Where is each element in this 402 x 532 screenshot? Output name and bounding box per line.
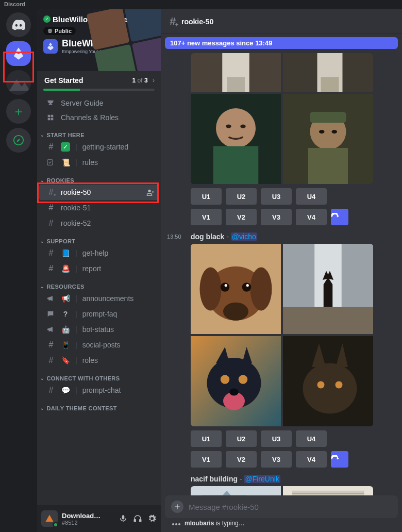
channel-header: #✦ rookie-50 xyxy=(161,9,402,34)
channel-getting-started[interactable]: # ✓ | getting-started xyxy=(39,139,159,155)
explore-servers-button[interactable] xyxy=(6,128,31,153)
svg-rect-8 xyxy=(134,520,136,522)
message-author-mention[interactable]: @FireUnik xyxy=(244,475,280,483)
svg-rect-39 xyxy=(283,307,373,335)
message-input[interactable] xyxy=(189,503,392,511)
svg-marker-6 xyxy=(46,515,54,522)
channels-roles-label: Channels & Roles xyxy=(61,113,155,122)
image-grid[interactable] xyxy=(191,53,373,184)
dm-home-button[interactable] xyxy=(6,12,31,37)
channel-rookie-50[interactable]: #✦ rookie-50 xyxy=(39,185,159,200)
variation-button-v1[interactable]: V1 xyxy=(191,451,222,468)
channel-label: prompt-chat xyxy=(82,386,155,394)
channel-get-help[interactable]: # 📘 | get-help xyxy=(39,245,159,261)
refresh-icon xyxy=(331,213,339,221)
upscale-button-u4[interactable]: U4 xyxy=(296,188,327,205)
channels-roles-row[interactable]: Channels & Roles xyxy=(39,110,159,125)
upscale-button-u4[interactable]: U4 xyxy=(296,430,327,447)
new-messages-bar[interactable]: 107+ new messages since 13:49 xyxy=(165,37,398,49)
svg-point-49 xyxy=(229,389,239,396)
scroll-emoji-icon: 📜 xyxy=(61,158,70,167)
plus-icon: ＋ xyxy=(12,103,25,120)
variation-button-v3[interactable]: V3 xyxy=(261,451,292,468)
channel-prompt-faq[interactable]: ? | prompt-faq xyxy=(39,306,159,322)
channel-rookie-51[interactable]: # rookie-51 xyxy=(39,200,159,215)
hash-icon: # xyxy=(46,264,56,273)
svg-rect-7 xyxy=(122,515,125,519)
channel-prompt-chat[interactable]: # 💬 | prompt-chat xyxy=(39,383,159,398)
image-grid[interactable] xyxy=(191,244,373,426)
channel-announcements[interactable]: 📢 | announcements xyxy=(39,291,159,306)
svg-point-54 xyxy=(317,381,325,389)
section-start-here[interactable]: ⌄ START HERE xyxy=(37,125,161,139)
variation-button-v2[interactable]: V2 xyxy=(226,451,257,468)
channel-social-posts[interactable]: # 📱 | social-posts xyxy=(39,337,159,353)
section-daily[interactable]: ⌄ DAILY THEME CONTEST xyxy=(37,398,161,412)
reroll-button[interactable] xyxy=(331,209,348,225)
svg-rect-23 xyxy=(310,112,346,123)
variation-button-v3[interactable]: V3 xyxy=(261,209,292,225)
section-rookies[interactable]: ⌄ ROOKIES xyxy=(37,170,161,185)
channel-label: social-posts xyxy=(82,341,155,349)
variation-button-v1[interactable]: V1 xyxy=(191,209,222,225)
reroll-button[interactable] xyxy=(331,451,348,468)
chevron-down-icon: ⌄ xyxy=(40,239,44,244)
app-title: Discord xyxy=(0,0,402,9)
svg-rect-24 xyxy=(308,148,348,184)
upscale-button-u2[interactable]: U2 xyxy=(226,430,257,447)
channel-label: bot-status xyxy=(82,325,155,334)
svg-point-31 xyxy=(223,303,248,321)
server-banner-art xyxy=(99,9,161,71)
section-daily-label: DAILY THEME CONTEST xyxy=(46,405,117,411)
gear-icon[interactable] xyxy=(147,514,157,523)
messages-list[interactable]: U1 U2 U3 U4 V1 V2 V3 V4 xyxy=(161,53,402,495)
server-bluewillow[interactable] xyxy=(6,41,31,66)
section-resources-label: RESOURCES xyxy=(46,284,84,290)
hash-icon: # xyxy=(46,142,56,152)
variation-button-v4[interactable]: V4 xyxy=(296,209,327,225)
headphones-icon[interactable] xyxy=(133,514,142,523)
channel-report[interactable]: # 🚨 | report xyxy=(39,261,159,276)
check-square-icon: ✓ xyxy=(61,142,70,152)
upscale-button-u1[interactable]: U1 xyxy=(191,188,222,205)
variation-button-v4[interactable]: V4 xyxy=(296,451,327,468)
channel-rules[interactable]: 📜 | rules xyxy=(39,155,159,170)
user-avatar[interactable] xyxy=(41,510,58,527)
channel-bot-status[interactable]: 🤖 | bot-status xyxy=(39,322,159,337)
trophy-icon xyxy=(46,99,56,107)
get-started-row[interactable]: Get Started 1 of 3 › xyxy=(37,71,161,89)
channel-roles[interactable]: # 🔖 | roles xyxy=(39,353,159,368)
microphone-icon[interactable] xyxy=(119,514,128,523)
svg-point-35 xyxy=(246,284,249,287)
channel-rookie-52[interactable]: # rookie-52 xyxy=(39,215,159,231)
speech-emoji-icon: 💬 xyxy=(61,386,70,395)
bookmark-emoji-icon: 🔖 xyxy=(61,356,70,365)
channel-label: announcements xyxy=(82,294,155,303)
server-guide-label: Server Guide xyxy=(61,99,155,107)
section-connect[interactable]: ⌄ CONNECT WITH OTHERS xyxy=(37,368,161,383)
chevron-down-icon: ⌄ xyxy=(40,376,44,381)
hash-icon: # xyxy=(46,248,56,258)
add-server-button[interactable]: ＋ xyxy=(6,99,31,124)
svg-point-5 xyxy=(148,190,150,192)
chevron-down-icon: ⌄ xyxy=(40,178,44,183)
upscale-button-u2[interactable]: U2 xyxy=(226,188,257,205)
server-guide-row[interactable]: Server Guide xyxy=(39,96,159,110)
attach-button[interactable] xyxy=(171,501,183,513)
upscale-button-u3[interactable]: U3 xyxy=(261,188,292,205)
server-other[interactable] xyxy=(6,70,31,95)
section-resources[interactable]: ⌄ RESOURCES xyxy=(37,276,161,291)
add-user-icon[interactable] xyxy=(146,188,155,196)
section-support[interactable]: ⌄ SUPPORT xyxy=(37,231,161,245)
upscale-button-u3[interactable]: U3 xyxy=(261,430,292,447)
message-author-mention[interactable]: @vicho xyxy=(231,232,257,241)
megaphone-emoji-icon: 📢 xyxy=(61,294,70,303)
svg-rect-18 xyxy=(213,146,259,185)
upscale-button-u1[interactable]: U1 xyxy=(191,430,222,447)
variation-button-v2[interactable]: V2 xyxy=(226,209,257,225)
server-header[interactable]: BlueWillow AI to Crea… ⌄ Public BlueWill… xyxy=(37,9,161,71)
message-composer[interactable] xyxy=(165,495,398,518)
image-grid[interactable] xyxy=(191,486,373,495)
hash-icon: # xyxy=(46,356,56,365)
get-started-title: Get Started xyxy=(44,76,83,85)
